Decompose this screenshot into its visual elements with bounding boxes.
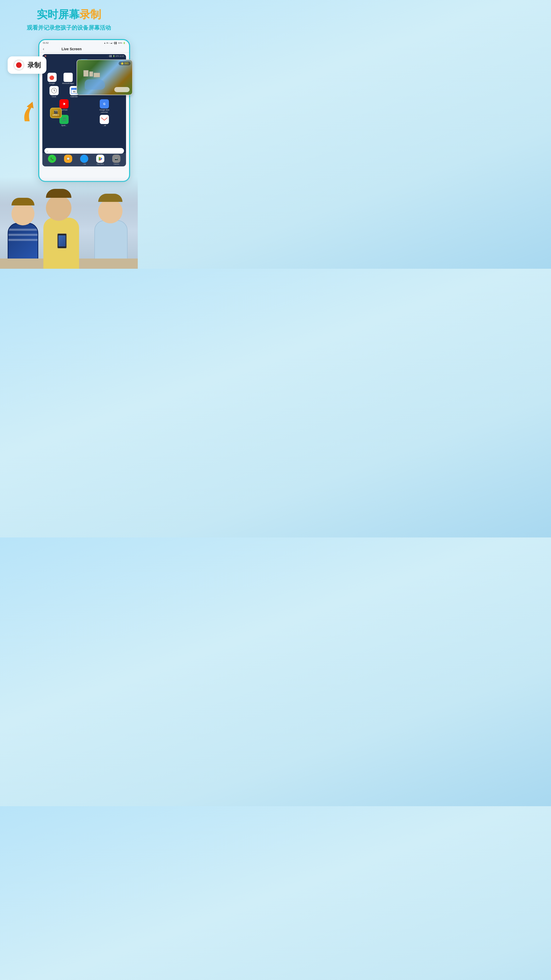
calendar-label: Calendar (70, 96, 78, 98)
ms-apps-icon (64, 73, 73, 82)
gnl-icon: G (100, 99, 109, 108)
phone-nav-bar: ‹ Live Screen (39, 45, 129, 52)
game-overlay: ⭐ 065 (76, 59, 133, 95)
inner-status-bar: 🔇 ≈ ▌▌ 🔋 22% 12:22 (42, 54, 126, 58)
search-placeholder: ρ (47, 150, 48, 152)
dock-camera-icon: 📷 (112, 155, 121, 163)
dock-camera[interactable]: 📷 Camera (112, 155, 121, 165)
orange-arrow (21, 98, 41, 123)
clock-icon (49, 86, 59, 95)
phone-status-bar: 01:52 ▲ ⊗ • ☁ ≈ ▌▌ 63%🔋 (39, 40, 129, 45)
inner-status-right: ≈ ▌▌ 🔋 22% 12:22 (108, 55, 124, 57)
app-ms-apps[interactable]: Microsoft Apps (62, 73, 75, 84)
main-title: 实时屏幕录制 (5, 8, 133, 21)
app-gmail[interactable]: ...ail (98, 115, 111, 127)
app-google[interactable]: 🔴 Google (45, 73, 59, 84)
clock-label: Clock (52, 96, 56, 98)
svg-text:31: 31 (73, 90, 75, 93)
dock-messages-icon: 💬 (64, 155, 72, 163)
gnl-label: Google Now Launcher (98, 109, 111, 113)
nav-title: Live Screen (62, 47, 82, 51)
ms-apps-label: Microsoft Apps (62, 83, 74, 84)
record-text: 录制 (27, 61, 41, 70)
dock-phone[interactable]: 📞 (48, 155, 56, 165)
rec-text: ●REC (52, 114, 59, 116)
battery-icon: 63% (118, 42, 122, 44)
rec-overlay: 🎬 ●REC (50, 108, 62, 118)
youtube-icon (59, 99, 68, 108)
building-2 (89, 72, 93, 76)
inner-mute-icon: 🔇 (44, 55, 47, 57)
svg-rect-5 (71, 88, 77, 90)
svg-text:🔴: 🔴 (49, 75, 54, 80)
signal-icon: ☁ ≈ ▌▌ (110, 42, 118, 44)
google-icon: 🔴 (48, 73, 57, 82)
back-arrow[interactable]: ‹ (43, 47, 44, 51)
dock-internet-icon: 🌐 (80, 155, 88, 163)
google-label: Google (49, 83, 55, 84)
game-score: ⭐ 065 (119, 62, 130, 65)
building-3 (94, 73, 100, 77)
game-background: ⭐ 065 (77, 60, 132, 95)
record-dot (16, 62, 22, 68)
child-center (43, 192, 84, 269)
svg-rect-9 (101, 117, 108, 122)
wifi-icon: ▲ ⊗ • (104, 42, 110, 44)
dock-play-store[interactable]: Play Store (96, 155, 104, 165)
header-section: 实时屏幕录制 观看并记录您孩子的设备屏幕活动 (0, 0, 138, 35)
dock-camera-label: Camera (114, 163, 119, 165)
dock-internet-label: ...net (83, 163, 86, 165)
status-icons: ▲ ⊗ • ☁ ≈ ▌▌ 63%🔋 (104, 42, 125, 44)
dock-play-store-label: Play Store (97, 163, 104, 165)
gmail-icon (100, 115, 109, 124)
record-icon (13, 59, 24, 71)
phone-container: 录制 01:52 ▲ ⊗ • ☁ ≈ ▌▌ 63%🔋 ‹ Live Screen… (8, 39, 130, 187)
record-badge: 录制 (8, 56, 46, 74)
dock-messages[interactable]: 💬 (64, 155, 72, 165)
status-time: 01:52 (43, 41, 49, 44)
gmail-label: ...ail (103, 124, 106, 127)
subtitle: 观看并记录您孩子的设备屏幕活动 (5, 24, 133, 32)
app-clock[interactable]: Clock (48, 86, 61, 98)
dock-internet[interactable]: 🌐 ...net (80, 155, 88, 165)
title-blue: 实时屏幕 (37, 8, 79, 21)
building-1 (83, 70, 89, 76)
rec-camera-icon: 🎬 (52, 110, 59, 114)
bottom-dock: 📞 💬 🌐 ...net Play Store (42, 153, 126, 166)
app-gnl[interactable]: G Google Now Launcher (98, 99, 111, 113)
search-bar-inner[interactable]: ρ (44, 148, 124, 154)
title-orange: 录制 (79, 8, 101, 21)
dock-phone-icon: 📞 (48, 155, 56, 163)
spotify-label: Spoti... (61, 124, 67, 127)
children-photo (0, 177, 138, 269)
dock-play-store-icon (96, 155, 104, 163)
children-area (0, 177, 138, 269)
